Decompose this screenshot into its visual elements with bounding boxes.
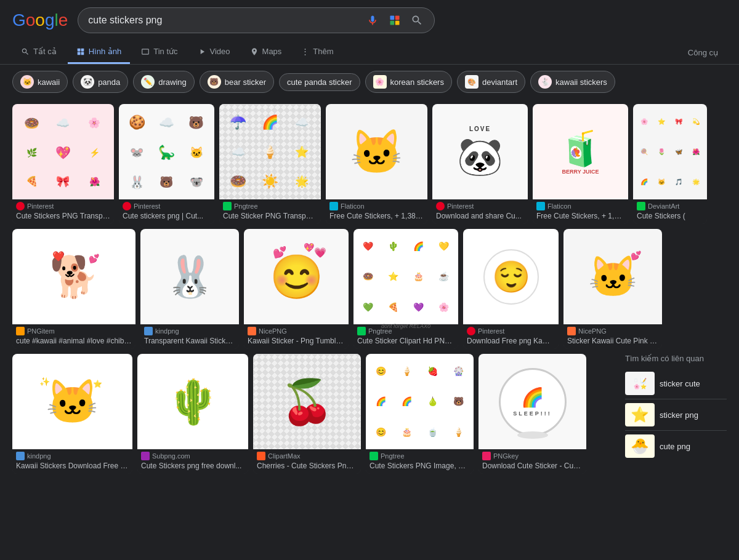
filter-kawaii-label: kawaii <box>38 78 60 87</box>
image-card-13[interactable]: 🐱 💕 NicePNG Sticker Kawaii Cute Pink Sof… <box>563 229 662 349</box>
related-label-sticker-cute: sticker cute <box>660 379 700 388</box>
image-card-15[interactable]: 🌵 Subpng.com Cute Stickers png free down… <box>137 354 248 474</box>
filter-cute-panda[interactable]: cute panda sticker <box>279 73 360 91</box>
filter-kawaii[interactable]: 🐱 kawaii <box>12 71 68 93</box>
tools-button[interactable]: Công cụ <box>679 42 727 63</box>
img-title-12: Download Free png Kawaii ... <box>467 337 555 345</box>
tab-news[interactable]: Tin tức <box>132 41 186 64</box>
image-card-14[interactable]: 🐱 ✨ ⭐ kindpng Kawaii Stickers Download F… <box>12 354 132 474</box>
img-title-4: Free Cute Stickers, + 1,386 sti... <box>329 212 424 220</box>
tab-maps-label: Maps <box>262 47 282 56</box>
filter-drawing[interactable]: ✏️ drawing <box>133 71 195 93</box>
source-label-11: Pngtree <box>368 327 392 335</box>
filter-panda[interactable]: 🐼 panda <box>73 71 128 93</box>
filter-korean-label: korean stickers <box>390 78 444 87</box>
svg-rect-5 <box>81 48 84 51</box>
related-label-sticker-png: sticker png <box>660 410 698 420</box>
source-label-1: Pinterest <box>27 202 54 210</box>
source-label-9: kindpng <box>155 327 179 335</box>
image-card-4[interactable]: 🐱 Flaticon Free Cute Stickers, + 1,386 s… <box>326 104 427 224</box>
source-label-4: Flaticon <box>341 202 365 210</box>
source-label-17: Pngtree <box>381 452 405 460</box>
grid-row-1: 🍩 ☁️ 🌸 🌿 💖 ⚡ 🍕 🎀 🌺 Pinterest Cute Sticke… <box>12 104 727 224</box>
filter-kawaii-stickers-label: kawaii stickers <box>555 78 607 87</box>
image-card-3[interactable]: ☂️ 🌈 ☁️ ☁️ 🍦 ⭐ 🍩 ☀️ 🌟 Pngtree Cute Stick… <box>219 104 321 224</box>
filter-korean[interactable]: 🌸 korean stickers <box>365 71 452 93</box>
image-card-16[interactable]: 🍒 ClipartMax Cherries - Cute Stickers Pn… <box>253 354 361 474</box>
filter-deviantart[interactable]: 🎨 deviantart <box>457 71 525 93</box>
img-title-17: Cute Stickers PNG Image, Color ... <box>370 462 470 470</box>
img-title-7: Cute Stickers ( <box>637 212 703 220</box>
image-card-17[interactable]: 😊 🍦 🍓 🎡 🌈 🌈 🍐 🐻 😊 🎂 🍵 🍦 P <box>366 354 474 474</box>
source-label-10: NicePNG <box>259 327 287 335</box>
img-title-10: Kawaii Sticker - Png Tumblr S... <box>248 337 345 345</box>
search-input[interactable] <box>88 15 359 26</box>
source-label-18: PNGkey <box>493 452 519 460</box>
tab-maps[interactable]: Maps <box>241 41 291 64</box>
filter-drawing-label: drawing <box>158 78 187 87</box>
nav-tabs: Tất cả Hình ảnh Tin tức Video Maps ⋮ Thê… <box>0 41 739 65</box>
source-label-3: Pngtree <box>234 202 258 210</box>
source-label-6: Flaticon <box>547 202 571 210</box>
filter-row: 🐱 kawaii 🐼 panda ✏️ drawing 🐻 bear stick… <box>0 65 739 99</box>
related-item-cute-png[interactable]: 🐣 cute png <box>625 431 727 462</box>
img-title-14: Kawaii Stickers Download Free Clip... <box>16 462 129 470</box>
lens-button[interactable] <box>387 13 402 28</box>
source-label-14: kindpng <box>27 452 51 460</box>
last-row-images: 🐱 ✨ ⭐ kindpng Kawaii Stickers Download F… <box>12 354 620 474</box>
image-card-1[interactable]: 🍩 ☁️ 🌸 🌿 💖 ⚡ 🍕 🎀 🌺 Pinterest Cute Sticke… <box>12 104 114 224</box>
image-card-6[interactable]: 🧃 BERRY JUICE Flaticon Free Cute Sticker… <box>533 104 628 224</box>
image-card-10[interactable]: 😊 💕 💗 💖 NicePNG Kawaii Sticker - Png Tum… <box>244 229 349 349</box>
tab-all[interactable]: Tất cả <box>12 41 65 64</box>
filter-cute-panda-label: cute panda sticker <box>287 78 352 87</box>
img-title-3: Cute Sticker PNG Transparen... <box>223 212 317 220</box>
image-card-11[interactable]: ❤️ 🌵 🌈 💛 🍩 ⭐ 🎂 ☕ 💚 🍕 💜 🌸 dont forget REL… <box>353 229 458 349</box>
svg-rect-6 <box>77 52 80 55</box>
source-label-12: Pinterest <box>478 327 504 335</box>
source-label-16: ClipartMax <box>268 452 301 460</box>
img-title-9: Transparent Kawaii Sticker... <box>144 337 235 345</box>
image-card-18[interactable]: 🌈 SLEEP!!! PNGkey Download Cute Sticker … <box>479 354 586 474</box>
related-item-sticker-cute[interactable]: 🗒 📝 🌸 ⭐ sticker cute <box>625 368 727 399</box>
img-title-2: Cute stickers png | Cut... <box>123 212 211 220</box>
search-bar <box>78 7 435 33</box>
tab-images[interactable]: Hình ảnh <box>68 41 131 64</box>
search-button[interactable] <box>410 13 424 28</box>
mic-button[interactable] <box>365 13 380 28</box>
image-card-2[interactable]: 🍪 ☁️ 🐻 🐭 🦕 🐱 🐰 🐻 🐨 Pinterest Cute sticke… <box>119 104 214 224</box>
last-row-container: 🐱 ✨ ⭐ kindpng Kawaii Stickers Download F… <box>0 354 739 486</box>
svg-rect-4 <box>77 48 80 51</box>
image-card-12[interactable]: 😌 Pinterest Download Free png Kawaii ... <box>463 229 559 349</box>
related-title: Tìm kiếm có liên quan <box>625 354 727 363</box>
img-title-5: Download and share Cu... <box>436 212 524 220</box>
img-title-8: cute #kawaii #animal #love #chibi #a... <box>16 337 132 345</box>
source-label-13: NicePNG <box>578 327 607 335</box>
filter-kawaii-stickers[interactable]: 🐇 kawaii stickers <box>530 71 615 93</box>
related-item-sticker-png[interactable]: ⭐ sticker png <box>625 399 727 431</box>
img-title-6: Free Cute Stickers, + 1,386 s... <box>536 212 624 220</box>
img-title-11: Cute Sticker Clipart Hd PNG, ... <box>357 337 454 345</box>
tab-video-label: Video <box>210 47 230 56</box>
img-title-13: Sticker Kawaii Cute Pink Soft C... <box>567 337 658 345</box>
tools-label: Công cụ <box>688 48 718 57</box>
tab-more[interactable]: ⋮ Thêm <box>293 41 342 64</box>
image-card-9[interactable]: 🐰 kindpng Transparent Kawaii Sticker... <box>140 229 239 349</box>
header: Google <box>0 0 739 41</box>
google-logo[interactable]: Google <box>12 10 68 30</box>
img-title-1: Cute Stickers PNG Transpare... <box>16 212 110 220</box>
source-label-15: Subpng.com <box>152 452 190 460</box>
svg-rect-1 <box>395 16 400 20</box>
tab-news-label: Tin tức <box>153 47 177 56</box>
filter-deviantart-label: deviantart <box>482 78 517 87</box>
filter-bear-sticker[interactable]: 🐻 bear sticker <box>200 71 274 93</box>
filter-bear-sticker-label: bear sticker <box>225 78 266 87</box>
source-label-2: Pinterest <box>134 202 160 210</box>
image-grid-row1: 🍩 ☁️ 🌸 🌿 💖 ⚡ 🍕 🎀 🌺 Pinterest Cute Sticke… <box>0 99 739 229</box>
tab-video[interactable]: Video <box>189 41 239 64</box>
image-grid-row2: 🐕 ❤️ 💕 PNGitem cute #kawaii #animal #lov… <box>0 229 739 354</box>
image-card-8[interactable]: 🐕 ❤️ 💕 PNGitem cute #kawaii #animal #lov… <box>12 229 135 349</box>
img-title-18: Download Cute Sticker - Cute St... <box>482 462 583 470</box>
image-card-5[interactable]: LOVE 🐼 Pinterest Download and share Cu..… <box>432 104 528 224</box>
search-icons <box>365 13 424 28</box>
image-card-7[interactable]: 🌸 ⭐ 🎀 💫 🍭 🌷 🦋 🌺 🌈 🐱 🎵 🌟 De <box>633 104 707 224</box>
